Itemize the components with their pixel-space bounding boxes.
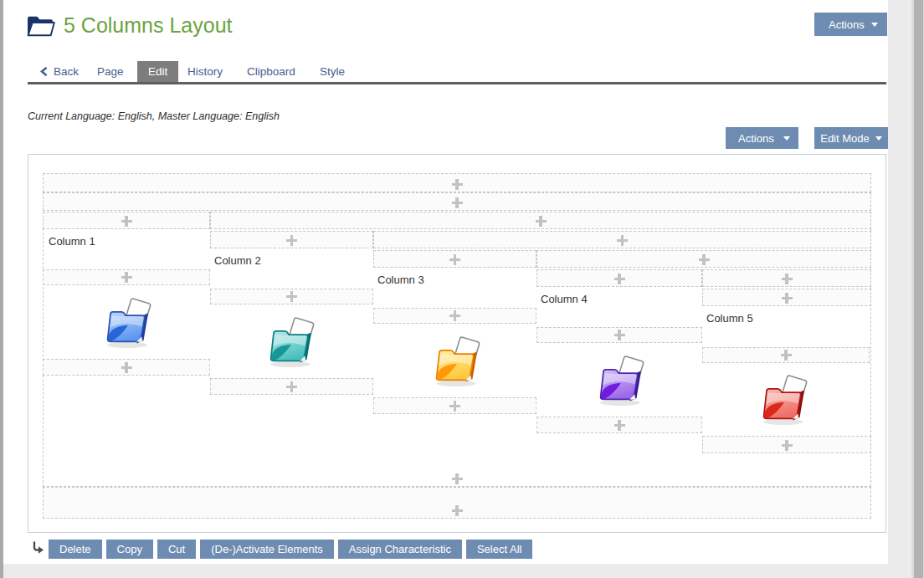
language-status: Current Language: English, Master Langua…: [28, 110, 280, 122]
purple-folder-icon[interactable]: [593, 355, 649, 407]
delete-button[interactable]: Delete: [49, 540, 102, 559]
plus-icon[interactable]: [452, 473, 463, 484]
drop-zone[interactable]: [702, 436, 871, 453]
chevron-left-icon: [40, 67, 48, 76]
drop-zone[interactable]: [536, 269, 702, 287]
plus-icon[interactable]: [452, 197, 463, 208]
yellow-folder-icon[interactable]: [429, 336, 485, 388]
copy-button[interactable]: Copy: [106, 540, 153, 559]
branch-arrow-icon: [31, 540, 45, 555]
drop-zone[interactable]: [373, 308, 536, 324]
cut-button[interactable]: Cut: [157, 540, 196, 559]
tab-bar: Back PageEditHistoryClipboardStyle: [28, 61, 886, 84]
tab-edit[interactable]: Edit: [137, 61, 178, 82]
back-button[interactable]: Back: [40, 61, 79, 82]
drop-zone[interactable]: [43, 173, 871, 192]
tab-page[interactable]: Page: [97, 61, 124, 82]
drop-zone[interactable]: [373, 231, 871, 248]
plus-icon[interactable]: [782, 293, 793, 304]
drop-zone[interactable]: [43, 359, 210, 376]
header-actions-button[interactable]: Actions: [814, 13, 887, 36]
drop-zone[interactable]: [210, 289, 373, 304]
drop-zone[interactable]: [43, 212, 210, 229]
content-area: 5 Columns Layout Actions Back PageEditHi…: [3, 0, 888, 564]
plus-icon[interactable]: [614, 274, 625, 284]
plus-icon[interactable]: [286, 381, 297, 392]
plus-icon[interactable]: [699, 254, 710, 265]
red-folder-icon[interactable]: [757, 375, 812, 427]
plus-icon[interactable]: [452, 179, 463, 190]
edit-mode-label: Edit Mode: [820, 132, 870, 145]
drop-zone[interactable]: [210, 378, 373, 395]
plus-icon[interactable]: [782, 440, 793, 451]
scrollbar-track[interactable]: [911, 0, 924, 578]
tab-style[interactable]: Style: [320, 61, 345, 82]
plus-icon[interactable]: [121, 216, 132, 227]
canvas-actions-label: Actions: [738, 132, 774, 145]
column-label-5: Column 5: [706, 312, 753, 325]
select-all-button[interactable]: Select All: [466, 540, 532, 559]
plus-icon[interactable]: [617, 235, 628, 246]
plus-icon[interactable]: [781, 350, 792, 361]
drop-zone[interactable]: [702, 289, 871, 306]
drop-zone[interactable]: [373, 397, 536, 414]
plus-icon[interactable]: [536, 216, 547, 227]
plus-icon[interactable]: [286, 235, 297, 246]
element-toolbar: DeleteCopyCut(De-)Activate ElementsAssig…: [49, 540, 532, 559]
scrollbar-thumb[interactable]: [914, 0, 923, 578]
page-title: 5 Columns Layout: [64, 13, 233, 38]
edit-mode-button[interactable]: Edit Mode: [814, 127, 888, 149]
column-label-2: Column 2: [214, 254, 261, 267]
canvas-actions-button[interactable]: Actions: [726, 127, 798, 149]
blue-folder-icon[interactable]: [100, 298, 156, 350]
plus-icon[interactable]: [121, 272, 132, 283]
teal-folder-icon[interactable]: [264, 317, 319, 369]
drop-zone[interactable]: [43, 487, 871, 519]
tab-history[interactable]: History: [187, 61, 223, 82]
plus-icon[interactable]: [449, 401, 460, 412]
drop-zone[interactable]: [43, 192, 871, 211]
plus-icon[interactable]: [449, 254, 460, 265]
plus-icon[interactable]: [452, 505, 463, 516]
column-label-3: Column 3: [377, 274, 424, 286]
caret-down-icon: [783, 136, 790, 141]
drop-zone[interactable]: [43, 269, 210, 285]
drop-zone[interactable]: [536, 250, 871, 268]
edit-canvas: Column 1 Column 2 Column 3 Column 4: [28, 154, 886, 533]
plus-icon[interactable]: [449, 310, 460, 321]
plus-icon[interactable]: [614, 420, 625, 431]
drop-zone[interactable]: [210, 231, 373, 248]
de-activate-elements-button[interactable]: (De-)Activate Elements: [200, 540, 334, 559]
column-label-1: Column 1: [49, 235, 95, 248]
back-label: Back: [54, 65, 79, 78]
plus-icon[interactable]: [121, 362, 132, 373]
plus-icon[interactable]: [286, 291, 297, 302]
header-actions-label: Actions: [829, 18, 865, 31]
plus-icon[interactable]: [614, 330, 625, 340]
tab-clipboard[interactable]: Clipboard: [247, 61, 295, 82]
plus-icon[interactable]: [782, 274, 793, 284]
drop-zone[interactable]: [702, 269, 871, 287]
caret-down-icon: [875, 136, 882, 141]
drop-zone[interactable]: [210, 212, 871, 229]
drop-zone[interactable]: [373, 250, 536, 268]
column-label-4: Column 4: [541, 293, 588, 305]
open-folder-icon: [25, 14, 57, 38]
drop-zone[interactable]: [702, 347, 870, 363]
caret-down-icon: [871, 23, 878, 27]
assign-characteristic-button[interactable]: Assign Characteristic: [338, 540, 462, 559]
drop-zone[interactable]: [536, 327, 702, 343]
drop-zone[interactable]: [536, 417, 702, 433]
